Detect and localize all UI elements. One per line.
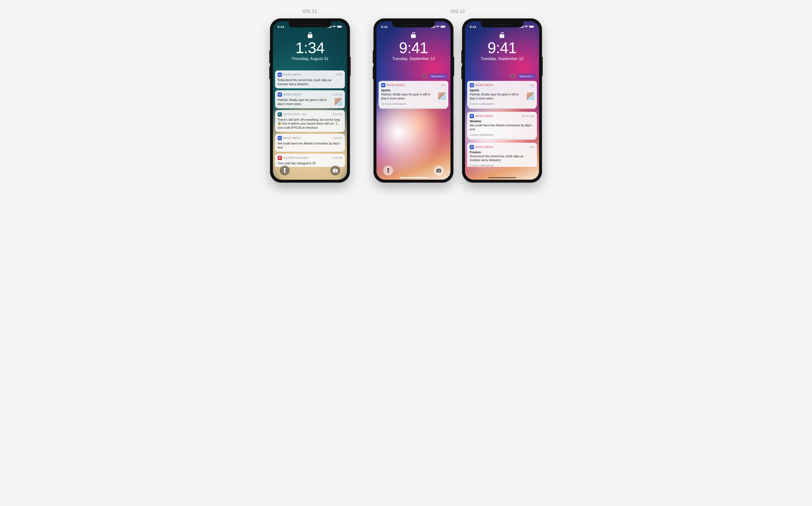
lock-time: 9:41 bbox=[465, 40, 539, 56]
app-icon: m bbox=[278, 73, 282, 77]
lock-icon bbox=[308, 32, 312, 39]
notification-title: Sports bbox=[470, 89, 534, 92]
phone-ios12-a: 9:41 9:41 Tuesday, September 12 bbox=[373, 18, 453, 183]
app-name: MIXED MEDIA bbox=[475, 146, 493, 149]
unlock-icon bbox=[500, 32, 505, 39]
app-name: MIXED MEDIA bbox=[283, 93, 301, 96]
unlock-icon bbox=[411, 32, 416, 39]
notification-title: Weather bbox=[470, 119, 534, 123]
phone-ios11: 9:41 1:34 Thursday, August 31 mMIXED MED… bbox=[270, 18, 350, 183]
status-time: 9:41 bbox=[381, 25, 388, 28]
notification-body: Patriots; Brady says his goal is still t… bbox=[278, 98, 333, 106]
flashlight-button[interactable] bbox=[280, 166, 290, 175]
show-less-button[interactable]: Show less bbox=[517, 74, 536, 79]
notification-more: 3 more notifications bbox=[470, 133, 534, 136]
svg-rect-17 bbox=[523, 26, 524, 28]
show-less-button[interactable]: Show less bbox=[429, 74, 448, 79]
quick-actions bbox=[376, 166, 450, 175]
notification-more: 13 more notifications bbox=[381, 102, 446, 105]
status-time: 9:41 bbox=[470, 25, 476, 28]
battery-icon bbox=[529, 25, 534, 28]
notification-thumbnail bbox=[527, 92, 534, 100]
lock-date: Tuesday, September 12 bbox=[376, 56, 450, 61]
notification-group[interactable]: mMIXED MIEDA10 min agoWeatherWe could ha… bbox=[467, 112, 537, 139]
notification-group[interactable]: m MIXED MEDIA now Sports Patriots; Brady… bbox=[379, 81, 448, 107]
notification[interactable]: AOUTFITTERS, INC9:30 AMThere's still 30%… bbox=[275, 110, 345, 132]
app-icon: A bbox=[278, 112, 282, 116]
app-name: MIXED MEDIA bbox=[387, 84, 405, 87]
notification-group[interactable]: mMIXED MEDIAnowFinanceTesla bond hits re… bbox=[467, 143, 537, 167]
app-icon: m bbox=[278, 92, 282, 97]
notification-list[interactable]: mMIXED MEDIANOWTesla bond hits record lo… bbox=[275, 70, 345, 167]
group-close-button[interactable] bbox=[422, 74, 427, 79]
notification-list[interactable]: Show less m MIXED MEDIA now Sports Patri… bbox=[379, 74, 448, 167]
phone-ios12-b: 9:41 9:41 Tuesday, September 12 bbox=[462, 18, 542, 183]
app-name: MIXED MEDIA bbox=[283, 137, 301, 140]
notification-thumbnail bbox=[335, 98, 342, 106]
home-indicator[interactable] bbox=[488, 177, 516, 178]
notification-body: Patriots; Brady says his goal is still t… bbox=[381, 92, 436, 100]
notification-thumbnail bbox=[438, 92, 446, 100]
notification-title: Sports bbox=[381, 89, 446, 92]
svg-rect-12 bbox=[441, 26, 445, 27]
app-icon: m bbox=[278, 136, 282, 140]
app-icon: m bbox=[470, 145, 474, 149]
notification-time: now bbox=[441, 84, 446, 87]
app-icon: m bbox=[470, 83, 474, 87]
chevron-up-icon bbox=[532, 76, 534, 77]
notification-group[interactable]: mMIXED MEDIAnowSportsPatriots; Brady say… bbox=[467, 81, 537, 107]
lock-time: 1:34 bbox=[273, 40, 347, 56]
notification-body: We could have two Atlantic hurricanes by… bbox=[470, 123, 534, 132]
app-icon: m bbox=[381, 83, 385, 87]
notification-time: 9:20 AM bbox=[333, 93, 342, 96]
show-less-label: Show less bbox=[431, 75, 443, 78]
svg-rect-10 bbox=[434, 26, 435, 28]
column-title-ios12: iOS 12 bbox=[450, 9, 465, 14]
lock-time: 9:41 bbox=[376, 40, 450, 56]
quick-actions bbox=[273, 166, 347, 175]
app-icon: m bbox=[470, 114, 474, 118]
notification-time: now bbox=[530, 84, 534, 87]
battery-icon bbox=[337, 25, 342, 28]
svg-rect-3 bbox=[331, 26, 332, 28]
notification-body: There's still 30% off everything, but no… bbox=[278, 118, 342, 130]
notification-title: Finance bbox=[470, 151, 534, 154]
flashlight-button[interactable] bbox=[383, 166, 393, 175]
app-name: PIONEER AIRLINES bbox=[283, 156, 308, 159]
notification[interactable]: mMIXED MEDIA9:45 AMWe could have two Atl… bbox=[275, 134, 345, 152]
wifi-icon bbox=[525, 26, 528, 28]
status-time: 9:41 bbox=[278, 25, 284, 28]
battery-icon bbox=[441, 25, 446, 28]
notification-body: Tesla bond hits record low, stock slips … bbox=[470, 154, 534, 162]
app-icon: P bbox=[278, 156, 282, 160]
app-name: OUTFITTERS, INC bbox=[283, 113, 307, 116]
close-icon bbox=[512, 75, 514, 77]
notification-body: Your seat has changed to 2F bbox=[278, 161, 342, 165]
notification-body: We could have two Atlantic hurricanes by… bbox=[278, 142, 342, 150]
notification-time: now bbox=[530, 146, 534, 149]
notification-time: 10 min ago bbox=[522, 114, 534, 117]
group-close-button[interactable] bbox=[510, 74, 516, 79]
close-icon bbox=[423, 75, 425, 77]
notification[interactable]: mMIXED MEDIANOWTesla bond hits record lo… bbox=[275, 70, 345, 88]
camera-button[interactable] bbox=[330, 166, 340, 175]
wifi-icon bbox=[333, 26, 336, 28]
home-indicator[interactable] bbox=[400, 177, 428, 178]
notification-time: 8:30 AM bbox=[333, 156, 342, 159]
wifi-icon bbox=[436, 26, 439, 28]
notification-time: 9:30 AM bbox=[333, 113, 342, 116]
notification-list[interactable]: Show less mMIXED MEDIAnowSportsPatriots;… bbox=[467, 74, 537, 167]
app-name: MIXED MIEDA bbox=[475, 114, 493, 117]
camera-button[interactable] bbox=[434, 166, 444, 175]
notification-time: NOW bbox=[336, 73, 342, 76]
column-title-ios11: iOS 11 bbox=[303, 9, 317, 14]
notification[interactable]: mMIXED MEDIA9:20 AMPatriots; Brady says … bbox=[275, 90, 345, 108]
notification[interactable]: PPIONEER AIRLINES8:30 AMYour seat has ch… bbox=[275, 154, 345, 167]
show-less-label: Show less bbox=[520, 75, 531, 78]
svg-rect-6 bbox=[342, 26, 342, 27]
notification-body: Tesla bond hits record low, stock slips … bbox=[278, 78, 342, 86]
chevron-up-icon bbox=[443, 76, 445, 77]
app-name: MIXED MEDIA bbox=[475, 84, 493, 87]
notification-more: 3 more notifications bbox=[470, 164, 534, 167]
app-name: MIXED MEDIA bbox=[283, 73, 301, 76]
